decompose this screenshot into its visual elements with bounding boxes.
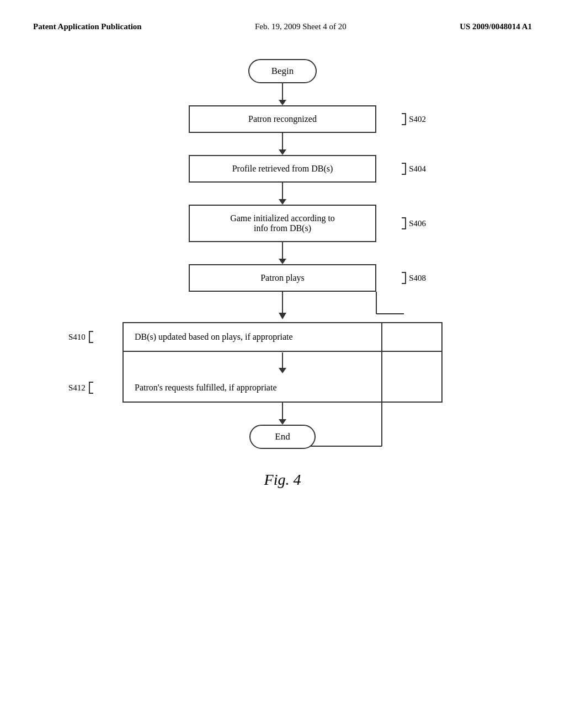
- arrow-s406-s408: [279, 242, 286, 264]
- begin-node: Begin: [248, 59, 317, 83]
- end-oval: End: [249, 425, 316, 449]
- loop-arrow-area: [122, 292, 443, 322]
- header-left: Patent Application Publication: [33, 22, 142, 31]
- s408-box: Patron plays: [189, 264, 376, 292]
- s412-label: S412: [68, 382, 95, 394]
- s402-box: Patron recongnized: [189, 105, 376, 133]
- s412-row: S412 Patron's requests fulfilled, if app…: [124, 374, 441, 402]
- s402-label: S402: [402, 113, 426, 125]
- s410-s412-outer-box: S410 DB(s) updated based on plays, if ap…: [122, 322, 443, 403]
- s410-label: S410: [68, 331, 95, 343]
- begin-oval: Begin: [248, 59, 317, 83]
- arrow-begin-s402: [279, 83, 286, 105]
- s408-wrapper: Patron plays S408: [189, 264, 376, 292]
- page: Patent Application Publication Feb. 19, …: [0, 0, 565, 728]
- s410-row: S410 DB(s) updated based on plays, if ap…: [124, 323, 441, 352]
- s404-label: S404: [402, 163, 426, 175]
- s402-wrapper: Patron recongnized S402: [189, 105, 376, 133]
- fig-label: Fig. 4: [0, 471, 565, 489]
- s406-label: S406: [402, 217, 426, 229]
- flowchart: Begin Patron recongnized S402 Profile re…: [0, 59, 565, 449]
- arrow-s404-s406: [279, 183, 286, 205]
- loop-arrow-svg: [122, 292, 443, 322]
- header-right: US 2009/0048014 A1: [460, 22, 532, 31]
- s408-label: S408: [402, 272, 426, 284]
- s406-box: Game initialized according toinfo from D…: [189, 205, 376, 242]
- svg-marker-1: [279, 313, 286, 319]
- end-node: End: [249, 425, 316, 449]
- arrow-s410-s412: [124, 352, 441, 374]
- arrow-s412-end: [279, 403, 286, 425]
- header-center: Feb. 19, 2009 Sheet 4 of 20: [255, 22, 347, 31]
- arrow-s402-s404: [279, 133, 286, 155]
- s404-box: Profile retrieved from DB(s): [189, 155, 376, 183]
- header: Patent Application Publication Feb. 19, …: [0, 0, 565, 42]
- outer-group: S410 DB(s) updated based on plays, if ap…: [89, 322, 476, 403]
- s406-wrapper: Game initialized according toinfo from D…: [189, 205, 376, 242]
- s404-wrapper: Profile retrieved from DB(s) S404: [189, 155, 376, 183]
